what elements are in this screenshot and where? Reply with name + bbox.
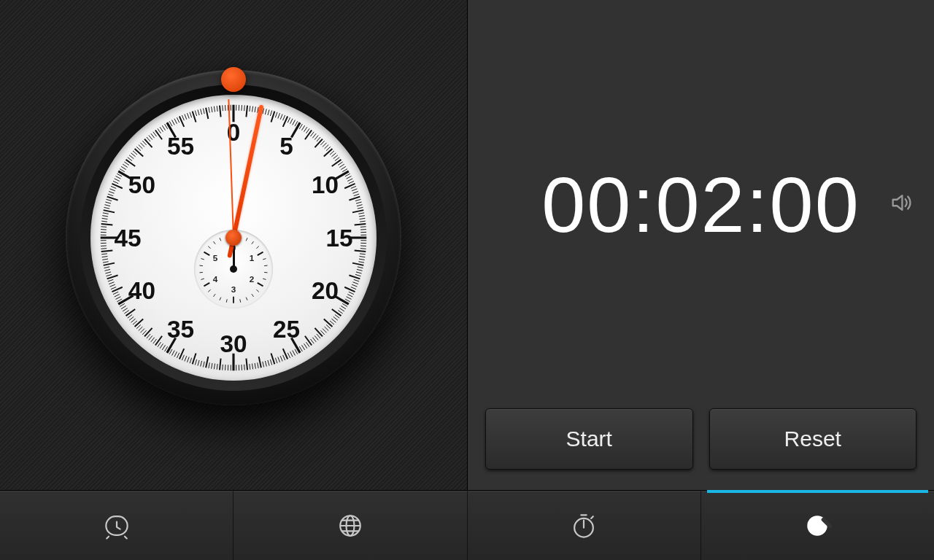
svg-line-111 xyxy=(326,324,331,328)
svg-line-134 xyxy=(275,358,277,363)
svg-line-264 xyxy=(142,141,146,145)
svg-line-337 xyxy=(204,252,209,256)
svg-line-32 xyxy=(312,133,316,138)
svg-line-66 xyxy=(358,213,364,214)
stopwatch-dial[interactable]: 0510152025303540455055 012345 xyxy=(66,70,401,405)
svg-line-56 xyxy=(351,186,356,188)
svg-line-135 xyxy=(271,353,274,364)
svg-line-91 xyxy=(354,279,359,281)
svg-line-317 xyxy=(258,252,263,256)
svg-line-6 xyxy=(250,106,250,112)
svg-line-14 xyxy=(270,110,271,116)
svg-line-154 xyxy=(223,365,223,370)
svg-text:25: 25 xyxy=(273,316,300,343)
svg-line-108 xyxy=(331,319,336,322)
svg-line-33 xyxy=(314,136,318,140)
svg-line-127 xyxy=(293,351,296,356)
svg-line-107 xyxy=(333,316,338,320)
svg-line-241 xyxy=(108,194,113,196)
svg-line-113 xyxy=(323,329,326,333)
timer-display[interactable]: 00:02:00 xyxy=(541,159,860,250)
svg-line-190 xyxy=(135,319,144,326)
svg-line-15 xyxy=(271,112,274,122)
tab-world-clock[interactable] xyxy=(234,491,467,560)
svg-line-48 xyxy=(341,166,346,169)
svg-marker-348 xyxy=(893,195,903,210)
svg-text:2: 2 xyxy=(250,274,255,284)
svg-line-285 xyxy=(193,112,196,122)
svg-line-53 xyxy=(347,179,352,181)
svg-line-47 xyxy=(339,164,344,167)
svg-line-17 xyxy=(278,113,280,118)
svg-line-220 xyxy=(101,250,113,252)
svg-line-42 xyxy=(331,153,336,157)
svg-line-140 xyxy=(259,357,261,368)
svg-line-271 xyxy=(158,128,161,133)
svg-line-284 xyxy=(190,112,192,117)
svg-line-96 xyxy=(349,292,354,294)
svg-line-172 xyxy=(174,351,177,357)
svg-line-166 xyxy=(190,358,192,363)
svg-line-267 xyxy=(149,136,153,140)
sound-icon[interactable] xyxy=(889,190,914,218)
svg-line-263 xyxy=(140,143,144,147)
svg-line-255 xyxy=(126,160,136,166)
svg-line-288 xyxy=(201,109,202,114)
svg-line-187 xyxy=(140,329,144,333)
svg-line-324 xyxy=(252,294,254,297)
svg-line-37 xyxy=(323,143,326,147)
svg-line-156 xyxy=(217,364,217,370)
start-button[interactable]: Start xyxy=(485,408,693,470)
svg-line-39 xyxy=(326,147,331,150)
stopwatch-crown[interactable] xyxy=(221,67,246,92)
svg-line-316 xyxy=(256,246,258,249)
svg-text:10: 10 xyxy=(312,171,339,198)
svg-line-191 xyxy=(133,321,137,324)
svg-line-52 xyxy=(347,176,352,179)
svg-line-330 xyxy=(213,294,215,297)
svg-line-246 xyxy=(113,181,118,183)
svg-line-162 xyxy=(201,361,202,367)
svg-line-235 xyxy=(104,210,115,212)
svg-line-22 xyxy=(290,119,293,124)
svg-line-159 xyxy=(209,362,209,368)
tab-alarm[interactable] xyxy=(0,491,234,560)
svg-line-143 xyxy=(252,364,252,370)
svg-line-136 xyxy=(270,359,271,365)
svg-line-106 xyxy=(335,314,339,318)
svg-line-98 xyxy=(347,297,352,300)
svg-line-128 xyxy=(290,351,293,357)
svg-line-4 xyxy=(244,105,245,111)
svg-line-104 xyxy=(338,311,342,314)
svg-line-59 xyxy=(354,194,359,196)
svg-line-112 xyxy=(325,327,329,330)
svg-line-161 xyxy=(203,362,204,368)
svg-line-265 xyxy=(144,139,152,148)
svg-line-70 xyxy=(355,224,366,225)
svg-line-277 xyxy=(172,120,175,125)
svg-line-268 xyxy=(151,133,155,138)
svg-line-257 xyxy=(129,155,134,159)
svg-line-290 xyxy=(206,108,208,119)
svg-line-234 xyxy=(103,213,109,214)
svg-line-278 xyxy=(174,119,177,124)
svg-line-218 xyxy=(102,256,108,257)
svg-line-121 xyxy=(306,342,309,346)
svg-line-122 xyxy=(304,343,307,349)
svg-line-61 xyxy=(355,199,361,201)
tab-stopwatch[interactable] xyxy=(468,491,701,560)
svg-line-244 xyxy=(111,186,116,188)
svg-text:5: 5 xyxy=(213,253,218,262)
svg-line-329 xyxy=(220,298,221,300)
tab-timer[interactable] xyxy=(701,491,934,560)
svg-line-115 xyxy=(314,328,322,337)
svg-line-273 xyxy=(162,125,165,131)
reset-button[interactable]: Reset xyxy=(709,408,917,470)
svg-line-181 xyxy=(153,339,157,343)
svg-line-183 xyxy=(149,335,153,340)
svg-line-83 xyxy=(359,259,365,260)
svg-line-19 xyxy=(283,115,285,120)
svg-line-279 xyxy=(177,117,179,122)
svg-line-45 xyxy=(332,160,341,166)
svg-line-88 xyxy=(356,272,362,273)
